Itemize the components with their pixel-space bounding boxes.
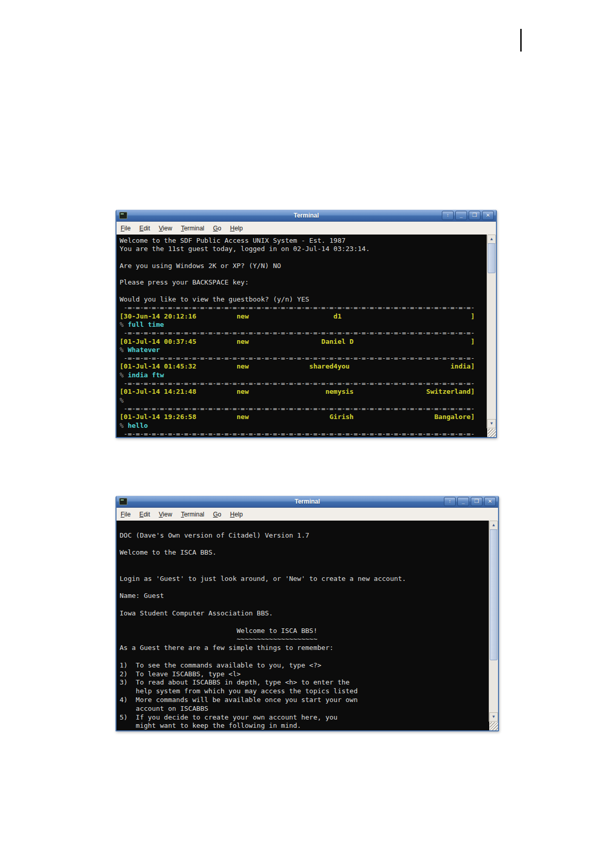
menu-help[interactable]: Help [230, 225, 243, 232]
terminal-line: Welcome to the ISCA BBS. [120, 548, 489, 557]
menu-terminal[interactable]: Terminal [181, 511, 204, 518]
scrollbar-thumb[interactable] [488, 243, 495, 273]
terminal-window-isca: Terminal ↑ _ ❐ ✕ FileEditViewTerminalGoH… [115, 496, 499, 731]
terminal-line [120, 540, 489, 549]
close-button[interactable]: ✕ [484, 497, 496, 506]
terminal-line: -=-=-=-=-=-=-=-=-=-=-=-=-=-=-=-=-=-=-=-=… [120, 379, 487, 388]
terminal-line: % full time [120, 321, 487, 329]
menu-file[interactable]: File [121, 225, 130, 232]
terminal-screen[interactable]: Welcome to the SDF Public Access UNIX Sy… [117, 235, 487, 437]
scroll-up-icon[interactable]: ▲ [489, 521, 498, 530]
terminal-line: 4) More commands will be available once … [120, 696, 489, 705]
terminal-line [120, 270, 487, 278]
terminal-line: -=-=-=-=-=-=-=-=-=-=-=-=-=-=-=-=-=-=-=-=… [120, 304, 487, 312]
scrollbar[interactable]: ▲ ▼ [489, 521, 498, 722]
scroll-down-icon[interactable]: ▼ [487, 419, 496, 428]
terminal-line: Are you using Windows 2K or XP? (Y/N) NO [120, 262, 487, 270]
terminal-icon [119, 212, 127, 219]
menu-bar: FileEditViewTerminalGoHelp [117, 222, 496, 235]
terminal-line: [01-Jul-14 19:26:58 new Girish Bangalore… [120, 413, 487, 421]
rollup-button[interactable]: ↑ [444, 497, 456, 506]
terminal-line [120, 523, 489, 531]
terminal-line [120, 653, 489, 661]
terminal-line: Name: Guest [120, 592, 489, 600]
rollup-button[interactable]: ↑ [442, 211, 454, 220]
title-bar[interactable]: Terminal ↑ _ ❐ ✕ [117, 496, 498, 508]
terminal-line: 1) To see the commands available to you,… [120, 661, 489, 670]
terminal-line: -=-=-=-=-=-=-=-=-=-=-=-=-=-=-=-=-=-=-=-=… [120, 430, 487, 437]
terminal-line [120, 254, 487, 262]
terminal-line [120, 618, 489, 627]
menu-view[interactable]: View [159, 511, 172, 518]
terminal-line: You are the 11st guest today, logged in … [120, 245, 487, 253]
scrollbar-thumb[interactable] [490, 529, 497, 660]
terminal-line [120, 557, 489, 566]
terminal-line: DOC (Dave's Own version of Citadel) Vers… [120, 531, 489, 540]
terminal-line: % [120, 396, 487, 405]
minimize-button[interactable]: _ [457, 497, 469, 506]
terminal-line [120, 600, 489, 609]
terminal-line: Welcome to the SDF Public Access UNIX Sy… [120, 237, 487, 245]
terminal-line: help system from which you may access th… [120, 687, 489, 696]
scrollbar[interactable]: ▲ ▼ [487, 235, 496, 428]
terminal-line: -=-=-=-=-=-=-=-=-=-=-=-=-=-=-=-=-=-=-=-=… [120, 405, 487, 413]
terminal-line: Login as 'Guest' to just look around, or… [120, 575, 489, 583]
menu-edit[interactable]: Edit [139, 511, 150, 518]
terminal-line: Would you like to view the guestbook? (y… [120, 295, 487, 304]
menu-file[interactable]: File [121, 511, 130, 518]
menu-go[interactable]: Go [213, 511, 221, 518]
terminal-line: [30-Jun-14 20:12:16 new d1 ] [120, 312, 487, 321]
terminal-line [120, 583, 489, 592]
document-page: { "page": { "marker_present": true }, "c… [0, 0, 614, 868]
terminal-line: 2) To leave ISCABBS, type <l> [120, 670, 489, 679]
resize-grip[interactable] [488, 429, 496, 437]
menu-bar: FileEditViewTerminalGoHelp [117, 508, 498, 521]
menu-terminal[interactable]: Terminal [181, 225, 204, 232]
terminal-line [120, 287, 487, 295]
close-button[interactable]: ✕ [482, 211, 494, 220]
terminal-window-sdf: Terminal ↑ _ ❐ ✕ FileEditViewTerminalGoH… [115, 210, 497, 438]
window-title: Terminal [117, 212, 496, 219]
terminal-line: Please press your BACKSPACE key: [120, 278, 487, 287]
terminal-line: ~~~~~~~~~~~~~~~~~~~~ [120, 635, 489, 644]
maximize-button[interactable]: ❐ [469, 211, 480, 220]
terminal-line: % Whatever [120, 346, 487, 354]
terminal-line: 5) If you decide to create your own acco… [120, 713, 489, 722]
resize-grip[interactable] [490, 722, 498, 730]
minimize-button[interactable]: _ [455, 211, 467, 220]
terminal-line: % hello [120, 422, 487, 430]
terminal-line: might want to keep the following in mind… [120, 722, 489, 730]
menu-help[interactable]: Help [230, 511, 243, 518]
page-edge-marker [520, 29, 522, 52]
terminal-line: -=-=-=-=-=-=-=-=-=-=-=-=-=-=-=-=-=-=-=-=… [120, 329, 487, 337]
terminal-line: [01-Jul-14 01:45:32 new shared4you india… [120, 362, 487, 371]
menu-go[interactable]: Go [213, 225, 221, 232]
menu-edit[interactable]: Edit [139, 225, 150, 232]
terminal-screen[interactable]: DOC (Dave's Own version of Citadel) Vers… [117, 521, 489, 730]
terminal-line: 3) To read about ISCABBS in depth, type … [120, 678, 489, 687]
terminal-line: As a Guest there are a few simple things… [120, 644, 489, 653]
menu-view[interactable]: View [159, 225, 172, 232]
title-bar[interactable]: Terminal ↑ _ ❐ ✕ [117, 210, 496, 222]
terminal-line [120, 566, 489, 575]
maximize-button[interactable]: ❐ [471, 497, 483, 506]
terminal-icon [119, 498, 127, 505]
terminal-line: Iowa Student Computer Association BBS. [120, 609, 489, 618]
scroll-down-icon[interactable]: ▼ [489, 712, 498, 722]
terminal-line: Welcome to ISCA BBS! [120, 627, 489, 636]
terminal-line: [01-Jul-14 00:37:45 new Daniel D ] [120, 338, 487, 346]
terminal-line: account on ISCABBS [120, 705, 489, 713]
terminal-line: % india ftw [120, 371, 487, 379]
scroll-up-icon[interactable]: ▲ [487, 235, 496, 244]
terminal-line: [01-Jul-14 14:21:48 new nemysis Switzerl… [120, 388, 487, 396]
window-buttons: ↑ _ ❐ ✕ [442, 211, 494, 220]
window-title: Terminal [117, 498, 498, 505]
terminal-line: -=-=-=-=-=-=-=-=-=-=-=-=-=-=-=-=-=-=-=-=… [120, 354, 487, 362]
window-buttons: ↑ _ ❐ ✕ [444, 497, 496, 506]
